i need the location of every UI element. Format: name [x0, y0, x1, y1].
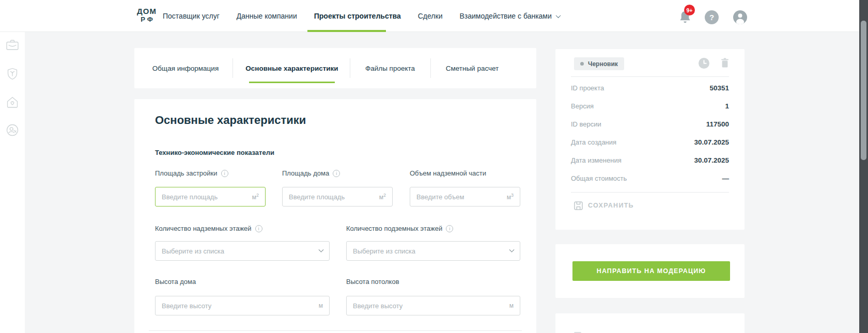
- nav-item-deals[interactable]: Сделки: [418, 12, 443, 20]
- extra-panel-card: [555, 313, 745, 333]
- floors-below-select[interactable]: Выберите из списка: [346, 241, 520, 261]
- info-icon[interactable]: i: [221, 170, 228, 177]
- sidebar-item-housing[interactable]: [5, 94, 20, 110]
- info-row-modified: Дата изменения 30.07.2025: [571, 151, 729, 169]
- build-area-input[interactable]: [162, 193, 248, 201]
- house-heart-icon: [5, 94, 20, 110]
- info-row-total-cost: Общая стоимость —: [571, 169, 729, 187]
- profile-button[interactable]: [733, 10, 747, 24]
- floors-above-select[interactable]: Выберите из списка: [155, 241, 330, 261]
- chevron-down-icon: [555, 13, 561, 18]
- status-dot-icon: [580, 62, 584, 66]
- unit-label: м: [319, 302, 323, 309]
- build-area-field: м2: [155, 187, 266, 207]
- main-nav: Поставщик услуг Данные компании Проекты …: [163, 0, 560, 32]
- panel-divider: [571, 76, 729, 77]
- sidebar-item-portfolio[interactable]: [5, 37, 20, 53]
- nav-item-bank-interaction[interactable]: Взаимодействие с банками: [459, 12, 560, 20]
- ceiling-height-field: м: [346, 296, 520, 315]
- tab-general-info[interactable]: Общая информация: [152, 65, 219, 72]
- domrf-logo[interactable]: ДОМ РФ: [136, 7, 157, 23]
- house-height-input[interactable]: [162, 302, 315, 310]
- unit-label: м2: [252, 193, 259, 201]
- avatar-icon: [733, 10, 747, 24]
- trash-icon: [721, 58, 729, 68]
- house-height-label: Высота дома: [155, 278, 330, 286]
- help-button[interactable]: ?: [705, 10, 719, 24]
- chevron-down-icon: [319, 247, 324, 252]
- sidebar-item-account[interactable]: [5, 122, 20, 138]
- logo-line2: РФ: [138, 16, 157, 23]
- ceiling-height-label: Высота потолков: [346, 278, 520, 286]
- house-height-field: м: [155, 296, 330, 315]
- form-divider: [149, 330, 522, 331]
- info-row-version: Версия 1: [571, 97, 729, 115]
- status-badge: Черновик: [574, 57, 624, 70]
- floors-below-label: Количество подземных этажей i: [346, 225, 520, 232]
- house-area-input[interactable]: [289, 193, 375, 201]
- floppy-icon: [574, 201, 583, 210]
- project-tabs-card: Общая информация Основные характеристики…: [134, 48, 536, 88]
- build-area-label: Площадь застройки i: [155, 169, 266, 177]
- tab-separator: [350, 58, 350, 78]
- ceiling-height-input[interactable]: [353, 302, 505, 310]
- house-area-field: м2: [282, 187, 393, 207]
- user-circle-icon: [5, 122, 20, 138]
- floors-above-label: Количество надземных этажей i: [155, 225, 330, 232]
- tab-estimate[interactable]: Сметный расчет: [446, 65, 499, 72]
- shield-icon: [5, 66, 20, 82]
- chevron-down-icon: [509, 247, 515, 252]
- notifications-button[interactable]: 9+: [679, 10, 692, 25]
- panel-divider: [571, 192, 729, 193]
- sidebar-item-guarantee[interactable]: [5, 66, 20, 82]
- clock-icon: [699, 58, 709, 69]
- info-icon[interactable]: i: [333, 170, 340, 177]
- send-to-moderation-button[interactable]: НАПРАВИТЬ НА МОДЕРАЦИЮ: [572, 261, 730, 281]
- tab-main-characteristics[interactable]: Основные характеристики: [245, 65, 338, 72]
- delete-button[interactable]: [721, 58, 729, 70]
- scrollbar-thumb[interactable]: [861, 21, 866, 160]
- logo-line1: ДОМ: [136, 7, 157, 15]
- notification-badge: 9+: [684, 5, 695, 15]
- info-row-project-id: ID проекта 50351: [571, 79, 729, 97]
- project-info-list: ID проекта 50351 Версия 1 ID версии 1175…: [571, 79, 729, 187]
- info-icon[interactable]: i: [446, 225, 453, 232]
- above-volume-label: Объем надземной части: [410, 169, 520, 177]
- above-volume-input[interactable]: [416, 193, 503, 201]
- top-header: ДОМ РФ Поставщик услуг Данные компании П…: [0, 0, 859, 32]
- main-characteristics-card: Основные характеристики Технико-экономич…: [134, 99, 536, 333]
- info-row-created: Дата создания 30.07.2025: [571, 133, 729, 151]
- briefcase-icon: [5, 37, 20, 53]
- question-icon: ?: [709, 13, 714, 22]
- section-title: Технико-экономические показатели: [155, 149, 274, 156]
- tab-separator: [430, 58, 431, 78]
- save-button[interactable]: СОХРАНИТЬ: [574, 198, 634, 213]
- nav-item-services[interactable]: Поставщик услуг: [163, 12, 220, 20]
- info-row-version-id: ID версии 117500: [571, 115, 729, 133]
- info-icon[interactable]: i: [255, 225, 262, 232]
- unit-label: м: [509, 302, 514, 309]
- unit-label: м2: [379, 193, 386, 201]
- above-volume-field: м3: [410, 187, 520, 207]
- active-nav-underline: [307, 30, 386, 32]
- unit-label: м3: [507, 193, 514, 201]
- scrollbar-track[interactable]: [859, 0, 868, 333]
- project-summary-card: Черновик ID проекта 50351 Версия 1 ID ве…: [555, 49, 745, 230]
- tab-project-files[interactable]: Файлы проекта: [365, 65, 415, 72]
- tab-separator: [233, 58, 233, 78]
- active-tab-underline: [249, 82, 335, 83]
- nav-item-construction-projects[interactable]: Проекты строительства: [314, 12, 401, 20]
- house-area-label: Площадь дома i: [282, 169, 393, 177]
- nav-item-company-data[interactable]: Данные компании: [237, 12, 297, 20]
- page-title: Основные характеристики: [155, 114, 306, 127]
- icon-sidebar: [0, 32, 25, 333]
- history-button[interactable]: [699, 58, 709, 71]
- moderation-card: НАПРАВИТЬ НА МОДЕРАЦИЮ: [555, 244, 745, 298]
